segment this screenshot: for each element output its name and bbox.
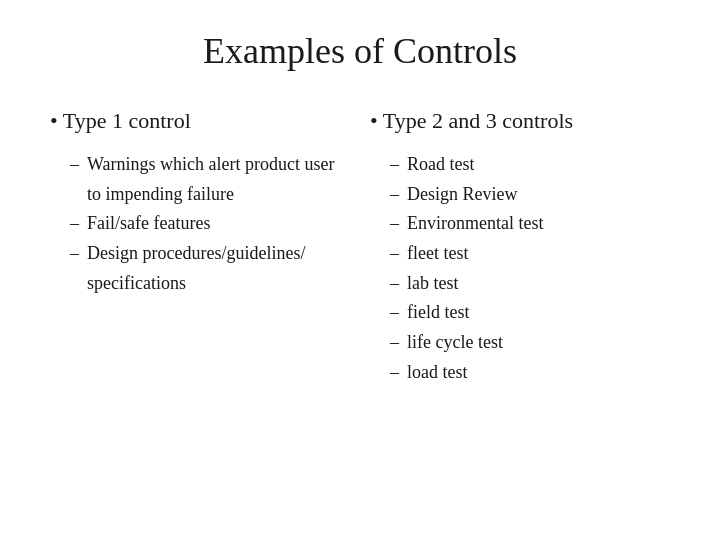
item-text: Design Review [407, 180, 670, 210]
list-item: –Environmental test [390, 209, 670, 239]
list-item: –Design procedures/guidelines/ specifica… [70, 239, 350, 298]
dash-icon: – [70, 239, 79, 269]
dash-icon: – [390, 358, 399, 388]
right-column: • Type 2 and 3 controls –Road test–Desig… [370, 108, 670, 388]
item-text: fleet test [407, 239, 670, 269]
list-item: –life cycle test [390, 328, 670, 358]
slide: Examples of Controls • Type 1 control –W… [0, 0, 720, 540]
list-item: –Road test [390, 150, 670, 180]
item-text: load test [407, 358, 670, 388]
item-text: Fail/safe features [87, 209, 350, 239]
dash-icon: – [70, 150, 79, 180]
right-column-list: –Road test–Design Review–Environmental t… [370, 150, 670, 388]
left-column-list: –Warnings which alert product user to im… [50, 150, 350, 298]
list-item: –fleet test [390, 239, 670, 269]
dash-icon: – [390, 209, 399, 239]
list-item: –Warnings which alert product user to im… [70, 150, 350, 209]
dash-icon: – [390, 269, 399, 299]
list-item: –lab test [390, 269, 670, 299]
left-column: • Type 1 control –Warnings which alert p… [50, 108, 350, 298]
list-item: –load test [390, 358, 670, 388]
slide-title: Examples of Controls [50, 30, 670, 72]
list-item: –Design Review [390, 180, 670, 210]
item-text: Warnings which alert product user to imp… [87, 150, 350, 209]
list-item: –field test [390, 298, 670, 328]
dash-icon: – [390, 150, 399, 180]
item-text: Road test [407, 150, 670, 180]
dash-icon: – [390, 180, 399, 210]
right-column-header: • Type 2 and 3 controls [370, 108, 670, 134]
item-text: field test [407, 298, 670, 328]
item-text: lab test [407, 269, 670, 299]
dash-icon: – [390, 328, 399, 358]
left-column-header: • Type 1 control [50, 108, 350, 134]
item-text: life cycle test [407, 328, 670, 358]
item-text: Environmental test [407, 209, 670, 239]
content-row: • Type 1 control –Warnings which alert p… [50, 108, 670, 510]
item-text: Design procedures/guidelines/ specificat… [87, 239, 350, 298]
dash-icon: – [70, 209, 79, 239]
dash-icon: – [390, 239, 399, 269]
list-item: –Fail/safe features [70, 209, 350, 239]
dash-icon: – [390, 298, 399, 328]
